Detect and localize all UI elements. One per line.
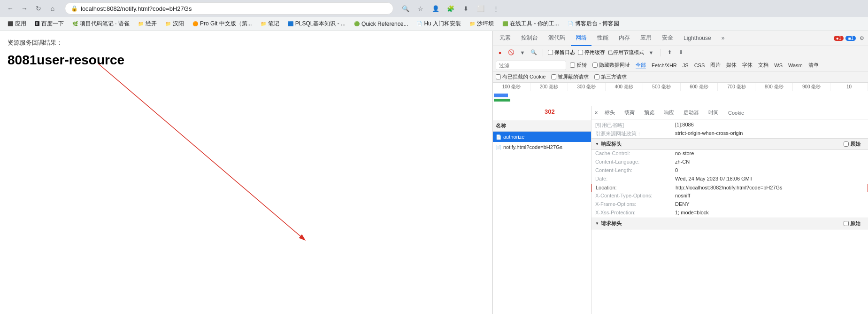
record-button[interactable]: ● [496, 48, 504, 57]
devtools-tab-sources[interactable]: 源代码 [544, 31, 570, 46]
response-tab-initiator[interactable]: 启动器 [679, 106, 704, 119]
devtools-tab-security[interactable]: 安全 [657, 31, 678, 46]
response-tab-response[interactable]: 响应 [659, 106, 679, 119]
bookmark-baidu[interactable]: 🅱 百度一下 [31, 19, 68, 29]
devtools-tab-network[interactable]: 网络 [571, 31, 591, 46]
export-button[interactable]: ⬇ [676, 48, 685, 57]
devtools-tab-more[interactable]: » [717, 31, 730, 46]
address-bar[interactable]: 🔒 localhost:8082/notify.html?code=bH27Gs [65, 2, 393, 15]
bookmark-hu-label: Hu 入门和安装 [424, 20, 461, 28]
bookmark-yuque-label: 项目代码笔记 · 语雀 [80, 20, 130, 28]
disable-cache-checkbox[interactable] [578, 50, 583, 55]
file-item-notify-label: notify.html?code=bH27Gs [503, 144, 562, 150]
bookmark-hu[interactable]: 📄 Hu 入门和安装 [413, 19, 465, 29]
filter-css[interactable]: CSS [694, 63, 705, 68]
bookmark-apps[interactable]: ⬛ 应用 [4, 19, 30, 29]
x-content-type-label: X-Content-Type-Options: [595, 193, 675, 200]
filter-img[interactable]: 图片 [710, 62, 721, 69]
devtools-tab-lighthouse[interactable]: Lighthouse [679, 31, 716, 46]
blocked-request-checkbox[interactable] [551, 74, 556, 79]
profile-button[interactable]: 👤 [429, 2, 442, 15]
filter-toggle[interactable]: ▼ [518, 48, 527, 57]
devtools-tab-elements[interactable]: 元素 [495, 31, 515, 46]
file-item-notify[interactable]: 📄 notify.html?code=bH27Gs [493, 142, 591, 152]
quickref-icon: 🟢 [354, 21, 360, 26]
close-details-button[interactable]: × [592, 109, 600, 117]
back-button[interactable]: ← [4, 2, 17, 15]
refresh-button[interactable]: ↻ [32, 2, 45, 15]
bookmark-quickref[interactable]: 🟢 Quick Reference... [350, 20, 412, 28]
response-tab-headers-label[interactable]: 标头 [600, 106, 620, 119]
zoom-button[interactable]: 🔍 [399, 2, 412, 15]
response-headers-section[interactable]: ▼ 响应标头 原始 [591, 138, 868, 150]
bookmark-yuque[interactable]: 🌿 项目代码笔记 · 语雀 [69, 19, 133, 29]
devtools-tab-bar: 元素 控制台 源代码 网络 性能 内存 应用 安全 Lighthouse » ●… [493, 31, 868, 46]
location-label: Location: [596, 185, 676, 191]
bookmark-progit-label: Pro Git 中文版（第... [200, 20, 252, 28]
response-tab-cookie[interactable]: Cookie [723, 106, 749, 119]
divider-1 [543, 49, 543, 56]
import-button[interactable]: ⬆ [665, 48, 674, 57]
devtools-tab-performance[interactable]: 性能 [592, 31, 613, 46]
bookmark-apps-label: 应用 [15, 20, 26, 28]
filter-font[interactable]: 字体 [742, 62, 753, 69]
file-item-authorize[interactable]: 📄 authorize [493, 132, 591, 142]
content-language-label: Content-Language: [595, 159, 675, 166]
filter-input[interactable] [496, 61, 566, 70]
bookmark-shapingba-label: 沙坪坝 [477, 20, 494, 28]
devtools-tab-console[interactable]: 控制台 [516, 31, 543, 46]
filter-js[interactable]: JS [683, 63, 689, 68]
blocked-cookie-checkbox[interactable] [496, 74, 501, 79]
clear-button[interactable]: 🚫 [507, 48, 515, 57]
response-tab-payload[interactable]: 载荷 [620, 106, 639, 119]
extensions-button[interactable]: 🧩 [444, 2, 457, 15]
preserve-log-checkbox[interactable] [548, 50, 553, 55]
search-button[interactable]: 🔍 [530, 48, 538, 57]
blocked-request-label: 被屏蔽的请求 [551, 73, 589, 80]
location-value: http://localhost:8082/notify.html?code=b… [676, 185, 864, 191]
filter-doc[interactable]: 文档 [758, 62, 768, 69]
svg-line-1 [99, 64, 305, 240]
response-tab-timing[interactable]: 时间 [704, 106, 723, 119]
home-button[interactable]: ⌂ [46, 2, 59, 15]
download-button[interactable]: ⬇ [459, 2, 472, 15]
timeline-labels: 100 毫秒 200 毫秒 300 毫秒 400 毫秒 500 毫秒 600 毫… [493, 83, 868, 91]
bookmark-button[interactable]: ☆ [414, 2, 427, 15]
bookmark-blog[interactable]: 📄 博客后台 - 博客园 [564, 19, 623, 29]
response-tab-preview[interactable]: 预览 [639, 106, 659, 119]
error-badge: ●1 [834, 36, 844, 41]
filter-fetch-xhr[interactable]: Fetch/XHR [652, 63, 677, 68]
tools-icon: 🟩 [502, 21, 508, 26]
bookmark-progit[interactable]: 🟠 Pro Git 中文版（第... [189, 19, 256, 29]
hide-data-url-checkbox[interactable] [592, 63, 598, 68]
request-orig-checkbox[interactable] [844, 221, 849, 226]
invert-filter-checkbox[interactable] [570, 63, 575, 68]
third-party-checkbox[interactable] [594, 74, 599, 79]
bookmark-jingkai-label: 经开 [146, 20, 157, 28]
filter-wasm[interactable]: Wasm [788, 63, 803, 68]
bookmark-shapingba[interactable]: 📁 沙坪坝 [466, 19, 498, 29]
referer-policy-row: 引源来源网址政策： strict-origin-when-cross-origi… [591, 130, 868, 138]
timeline-label-600: 600 毫秒 [681, 83, 718, 91]
settings-icon[interactable]: ⚙ [858, 34, 866, 43]
bookmark-notes[interactable]: 📁 笔记 [257, 19, 283, 29]
orig-checkbox[interactable] [844, 141, 849, 147]
bookmark-jingkai[interactable]: 📁 经开 [134, 19, 161, 29]
timeline-label-200: 200 毫秒 [530, 83, 568, 91]
filter-all[interactable]: 全部 [636, 62, 646, 69]
bookmark-hanyang[interactable]: 📁 汉阳 [161, 19, 188, 29]
bookmark-plsql[interactable]: 🟦 PLSQL基本知识 - ... [284, 19, 349, 29]
request-headers-section[interactable]: ▼ 请求标头 原始 [591, 218, 868, 229]
bookmark-tools[interactable]: 🟩 在线工具 - 你的工... [499, 19, 563, 29]
forward-button[interactable]: → [18, 2, 31, 15]
throttle-dropdown[interactable]: ▼ [647, 48, 655, 57]
window-button[interactable]: ⬜ [474, 2, 487, 15]
plsql-icon: 🟦 [288, 21, 293, 26]
filter-manifest[interactable]: 清单 [808, 62, 819, 69]
timeline-label-500: 500 毫秒 [643, 83, 681, 91]
devtools-tab-memory[interactable]: 内存 [614, 31, 635, 46]
devtools-tab-application[interactable]: 应用 [636, 31, 656, 46]
filter-media[interactable]: 媒体 [726, 62, 737, 69]
menu-button[interactable]: ⋮ [489, 2, 502, 15]
filter-ws[interactable]: WS [774, 63, 783, 68]
